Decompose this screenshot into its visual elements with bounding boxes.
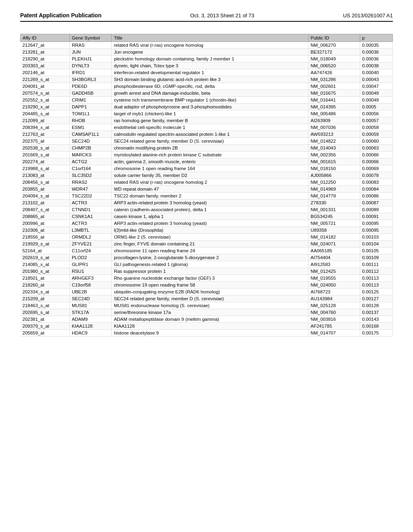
cell-gene-symbol: WDR47 xyxy=(69,186,111,193)
table-row: 218290_atPLEKHJ1pleckstrin homology doma… xyxy=(21,56,393,62)
table-row: 213281_atJUNJun oncogeneBE3271720.00036 xyxy=(21,49,393,56)
table-row: 202381_atADAM9ADAM metallopeptidase doma… xyxy=(21,316,393,323)
cell-affy-id: 213083_at xyxy=(21,172,70,179)
cell-public-id: U89358 xyxy=(308,227,360,234)
cell-public-id: AA747426 xyxy=(308,69,360,76)
cell-gene-symbol: ORMDL2 xyxy=(69,234,111,241)
table-row: 209379_s_atKIAA1128KIAA1128AF2417850.001… xyxy=(21,323,393,330)
cell-affy-id: 218556_at xyxy=(21,234,70,241)
cell-gene-symbol: PDE6D xyxy=(69,83,111,90)
cell-public-id: Z78330 xyxy=(308,200,360,206)
cell-gene-symbol: ACTR3 xyxy=(69,220,111,227)
table-row: 205659_atHDAC9histone deacetylase 9NM_01… xyxy=(21,330,393,337)
cell-title: chromosome 11 open reading frame 24 xyxy=(112,247,309,254)
cell-title: ARP3 actin-related protein 3 homolog (ye… xyxy=(112,200,309,206)
cell-public-id: NM_015675 xyxy=(308,90,360,97)
publication-label: Patent Application Publication xyxy=(20,12,102,19)
cell-p-value: 0.00109 xyxy=(360,254,392,261)
cell-p-value: 0.00066 xyxy=(360,158,392,165)
cell-gene-symbol: SH3BGRL3 xyxy=(69,76,111,83)
cell-p-value: 0.00036 xyxy=(360,56,392,62)
cell-title: SEC24 related gene family, member D (S. … xyxy=(112,138,309,145)
table-row: 202619_s_atPLOD2procollagen-lysine, 2-ox… xyxy=(21,254,393,261)
cell-affy-id: 214085_x_at xyxy=(21,261,70,268)
cell-p-value: 0.00036 xyxy=(360,49,392,56)
cell-gene-symbol: CSNK1A1 xyxy=(69,213,111,220)
cell-title: calmodulin regulated spectrin-associated… xyxy=(112,131,309,138)
cell-gene-symbol: DYNLT3 xyxy=(69,62,111,69)
page: Patent Application Publication Oct. 3, 2… xyxy=(0,0,413,532)
cell-affy-id: 202375_at xyxy=(21,138,70,145)
cell-public-id: NM_003816 xyxy=(308,316,360,323)
cell-gene-symbol: C1orf164 xyxy=(69,165,111,172)
cell-title: growth arrest and DNA damage-inducible, … xyxy=(112,90,309,97)
table-row: 208456_s_atRRAS2related RAS viral (r-ras… xyxy=(21,179,393,186)
cell-affy-id: 212763_at xyxy=(21,131,70,138)
cell-gene-symbol: IFRD1 xyxy=(69,69,111,76)
cell-title: actin, gamma 2, smooth muscle, enteric xyxy=(112,158,309,165)
cell-title: KIAA1128 xyxy=(112,323,309,330)
cell-p-value: 0.00127 xyxy=(360,295,392,302)
cell-affy-id: 200996_at xyxy=(21,220,70,227)
cell-affy-id: 203855_at xyxy=(21,186,70,193)
col-header-public-id: Public ID xyxy=(308,34,360,42)
cell-title: ras homolog gene family, member B xyxy=(112,117,309,124)
cell-title: solute carrier family 35, member D2 xyxy=(112,172,309,179)
cell-public-id: NM_014043 xyxy=(308,145,360,152)
cell-title: ORM1-like 2 (S. cerevisiae) xyxy=(112,234,309,241)
cell-public-id: NM_006520 xyxy=(308,62,360,69)
table-row: 202334_s_atUBE2Bubiquitin-conjugating en… xyxy=(21,289,393,295)
table-row: 204485_s_atTOM1L1target of myb1 (chicken… xyxy=(21,110,393,117)
cell-affy-id: 208865_at xyxy=(21,213,70,220)
cell-gene-symbol: ADAM9 xyxy=(69,316,111,323)
cell-gene-symbol: C19orf58 xyxy=(69,282,111,289)
cell-p-value: 0.00095 xyxy=(360,227,392,234)
cell-public-id: AF241785 xyxy=(308,323,360,330)
cell-affy-id: 213102_at xyxy=(21,200,70,206)
cell-gene-symbol: CHMP2B xyxy=(69,145,111,152)
cell-gene-symbol: KIAA1128 xyxy=(69,323,111,330)
cell-affy-id: 202552_s_at xyxy=(21,97,70,104)
cell-public-id: NM_006270 xyxy=(308,42,360,49)
cell-public-id: NM_001615 xyxy=(308,158,360,165)
cell-gene-symbol: JUN xyxy=(69,49,111,56)
cell-affy-id: 213281_at xyxy=(21,49,70,56)
cell-affy-id: 208394_x_at xyxy=(21,124,70,131)
cell-title: Jun oncogene xyxy=(112,49,309,56)
cell-p-value: 0.00060 xyxy=(360,138,392,145)
cell-title: catenin (cadherin-associated protein), d… xyxy=(112,206,309,213)
cell-p-value: 0.00103 xyxy=(360,234,392,241)
cell-public-id: NM_019555 xyxy=(308,275,360,282)
cell-affy-id: 218463_s_at xyxy=(21,302,70,309)
cell-p-value: 0.00113 xyxy=(360,282,392,289)
table-row: 208394_x_atESM1endothelial cell-specific… xyxy=(21,124,393,131)
cell-gene-symbol: RRAS xyxy=(69,42,111,49)
cell-title: histone deacetylase 9 xyxy=(112,330,309,337)
cell-affy-id: 218501_at xyxy=(21,275,70,282)
cell-affy-id: 212647_at xyxy=(21,42,70,49)
cell-gene-symbol: CRIM1 xyxy=(69,97,111,104)
cell-public-id: AA065185 xyxy=(308,247,360,254)
cell-title: related RAS viral (r-ras) oncogene homol… xyxy=(112,179,309,186)
col-header-p: p xyxy=(360,34,392,42)
cell-p-value: 0.00091 xyxy=(360,213,392,220)
cell-p-value: 0.00066 xyxy=(360,152,392,158)
cell-title: SH3 domain binding glutamic acid-rich pr… xyxy=(112,76,309,83)
cell-public-id: NM_005486 xyxy=(308,110,360,117)
cell-p-value: 0.00049 xyxy=(360,90,392,97)
cell-affy-id: 207574_s_at xyxy=(21,90,70,97)
cell-affy-id: 219290_x_at xyxy=(21,104,70,110)
cell-title: endothelial cell-specific molecule 1 xyxy=(112,124,309,131)
cell-public-id: NM_014822 xyxy=(308,138,360,145)
cell-title: myristoylated alanine-rich protein kinas… xyxy=(112,152,309,158)
cell-gene-symbol: CAMSAP1L1 xyxy=(69,131,111,138)
cell-gene-symbol: SEC24D xyxy=(69,295,111,302)
table-row: 202538_s_atCHMP2Bchromatin modifying pro… xyxy=(21,145,393,152)
cell-title: cysteine rich transmembrane BMP regulato… xyxy=(112,97,309,104)
cell-p-value: 0.00043 xyxy=(360,76,392,83)
cell-gene-symbol: UBE2B xyxy=(69,289,111,295)
cell-gene-symbol: CTNND1 xyxy=(69,206,111,213)
cell-title: MUS81 endonuclease homolog (S. cerevisia… xyxy=(112,302,309,309)
cell-affy-id: 218260_at xyxy=(21,282,70,289)
cell-gene-symbol: RRAS2 xyxy=(69,179,111,186)
